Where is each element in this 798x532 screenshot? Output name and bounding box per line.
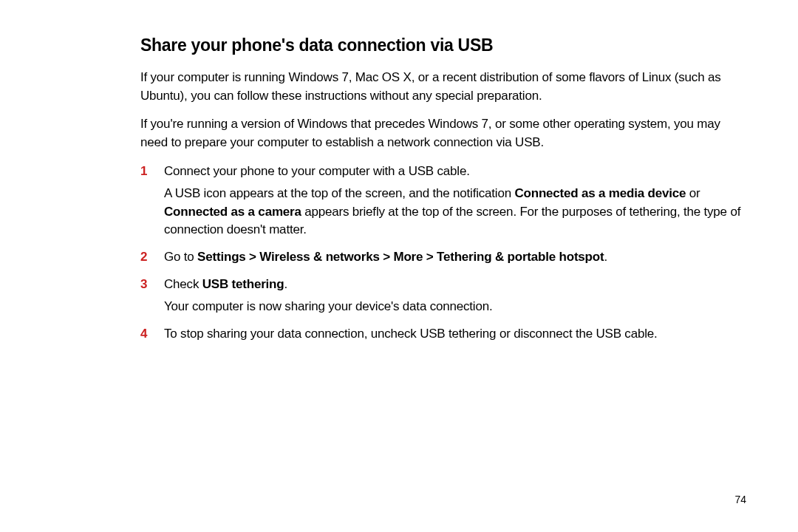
text-fragment: Go to (164, 250, 197, 264)
step-content: Go to Settings > Wireless & networks > M… (164, 248, 746, 267)
step-number: 3 (140, 276, 164, 316)
step-content: Connect your phone to your computer with… (164, 163, 746, 240)
bold-text: Connected as a camera (164, 205, 301, 219)
step-3: 3 Check USB tethering. Your computer is … (140, 276, 746, 316)
bold-text: Settings > Wireless & networks > More > … (197, 250, 604, 264)
step-subtext: Your computer is now sharing your device… (164, 298, 746, 316)
bold-text: Connected as a media device (514, 186, 686, 200)
step-subtext: A USB icon appears at the top of the scr… (164, 185, 746, 239)
bold-text: USB tethering (202, 277, 284, 291)
step-number: 4 (140, 325, 164, 344)
intro-paragraph-1: If your computer is running Windows 7, M… (140, 69, 746, 105)
intro-paragraph-2: If you're running a version of Windows t… (140, 115, 746, 151)
step-text: Check USB tethering. (164, 276, 746, 294)
text-fragment: Check (164, 277, 202, 291)
page-number: 74 (734, 494, 746, 505)
step-content: Check USB tethering. Your computer is no… (164, 276, 746, 316)
steps-list: 1 Connect your phone to your computer wi… (140, 163, 746, 344)
step-number: 2 (140, 248, 164, 267)
step-2: 2 Go to Settings > Wireless & networks >… (140, 248, 746, 267)
text-fragment: . (604, 250, 607, 264)
step-text: Connect your phone to your computer with… (164, 163, 746, 181)
step-4: 4 To stop sharing your data connection, … (140, 325, 746, 344)
step-1: 1 Connect your phone to your computer wi… (140, 163, 746, 240)
step-number: 1 (140, 163, 164, 240)
step-content: To stop sharing your data connection, un… (164, 325, 746, 344)
text-fragment: or (686, 186, 700, 200)
text-fragment: . (284, 277, 287, 291)
section-heading: Share your phone's data connection via U… (140, 35, 746, 55)
text-fragment: A USB icon appears at the top of the scr… (164, 186, 514, 200)
